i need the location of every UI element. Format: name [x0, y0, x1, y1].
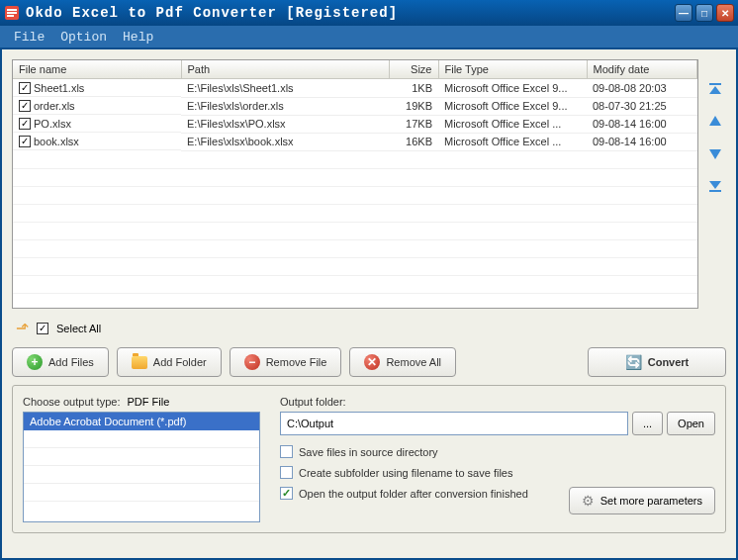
svg-rect-5	[709, 190, 721, 192]
app-icon	[4, 5, 20, 21]
add-files-button[interactable]: +Add Files	[12, 347, 109, 377]
gear-icon: ⚙	[582, 493, 595, 509]
move-bottom-button[interactable]	[704, 174, 726, 196]
row-checkbox[interactable]	[19, 82, 31, 94]
save-source-checkbox[interactable]	[280, 445, 293, 458]
menu-help[interactable]: Help	[117, 28, 159, 47]
table-row[interactable]: book.xlsxE:\Files\xlsx\book.xlsx16KBMicr…	[13, 133, 697, 150]
plus-icon: +	[27, 354, 43, 370]
col-name[interactable]: File name	[13, 60, 181, 79]
open-folder-button[interactable]: Open	[667, 412, 715, 435]
menu-option[interactable]: Option	[54, 28, 113, 47]
folder-icon	[132, 356, 147, 369]
save-source-label: Save files in source directory	[299, 446, 438, 458]
open-after-checkbox[interactable]	[280, 487, 293, 500]
move-top-button[interactable]	[704, 79, 726, 101]
convert-icon: 🔄	[625, 354, 642, 370]
remove-all-button[interactable]: ✕Remove All	[349, 347, 456, 377]
col-size[interactable]: Size	[389, 60, 438, 79]
minus-icon: −	[244, 354, 260, 370]
output-folder-label: Output folder:	[280, 396, 715, 408]
menu-file[interactable]: File	[8, 28, 50, 47]
remove-file-button[interactable]: −Remove File	[230, 347, 342, 377]
select-all-label: Select All	[56, 323, 101, 334]
row-checkbox[interactable]	[19, 118, 31, 130]
type-list-item[interactable]: Adobe Acrobat Document (*.pdf)	[24, 413, 259, 430]
select-all-checkbox[interactable]	[37, 323, 48, 334]
table-row[interactable]: Sheet1.xlsE:\Files\xls\Sheet1.xls1KBMicr…	[13, 79, 697, 98]
move-down-button[interactable]	[704, 142, 726, 164]
create-subfolder-checkbox[interactable]	[280, 466, 293, 479]
col-date[interactable]: Modify date	[587, 60, 697, 79]
row-checkbox[interactable]	[19, 136, 31, 147]
table-row[interactable]: PO.xlsxE:\Files\xlsx\PO.xlsx17KBMicrosof…	[13, 115, 697, 133]
output-folder-input[interactable]	[280, 412, 628, 435]
output-type-list[interactable]: Adobe Acrobat Document (*.pdf)	[23, 412, 260, 522]
browse-button[interactable]: ...	[632, 412, 663, 435]
minimize-button[interactable]: —	[675, 4, 692, 22]
svg-rect-2	[7, 12, 17, 14]
type-value: PDF File	[128, 396, 170, 408]
svg-rect-4	[709, 83, 721, 85]
svg-rect-1	[7, 9, 17, 11]
create-subfolder-label: Create subfolder using filename to save …	[299, 467, 512, 479]
table-row[interactable]: order.xlsE:\Files\xls\order.xls19KBMicro…	[13, 97, 697, 115]
titlebar: Okdo Excel to Pdf Converter [Registered]…	[0, 0, 738, 26]
window-title: Okdo Excel to Pdf Converter [Registered]	[26, 5, 675, 21]
up-folder-icon[interactable]: ⬏	[16, 319, 29, 337]
open-after-label: Open the output folder after conversion …	[299, 488, 528, 500]
set-parameters-button[interactable]: ⚙Set more parameters	[569, 487, 715, 514]
x-icon: ✕	[364, 354, 380, 370]
choose-type-label: Choose output type:	[23, 396, 120, 408]
close-button[interactable]: ✕	[716, 4, 734, 22]
move-up-button[interactable]	[704, 111, 726, 133]
svg-rect-3	[7, 15, 14, 17]
menubar: File Option Help	[0, 26, 738, 47]
add-folder-button[interactable]: Add Folder	[117, 347, 222, 377]
row-checkbox[interactable]	[19, 100, 31, 112]
col-path[interactable]: Path	[181, 60, 389, 79]
convert-button[interactable]: 🔄Convert	[588, 347, 726, 377]
maximize-button[interactable]: □	[695, 4, 713, 22]
file-list[interactable]: File name Path Size File Type Modify dat…	[12, 59, 698, 309]
col-type[interactable]: File Type	[438, 60, 587, 79]
